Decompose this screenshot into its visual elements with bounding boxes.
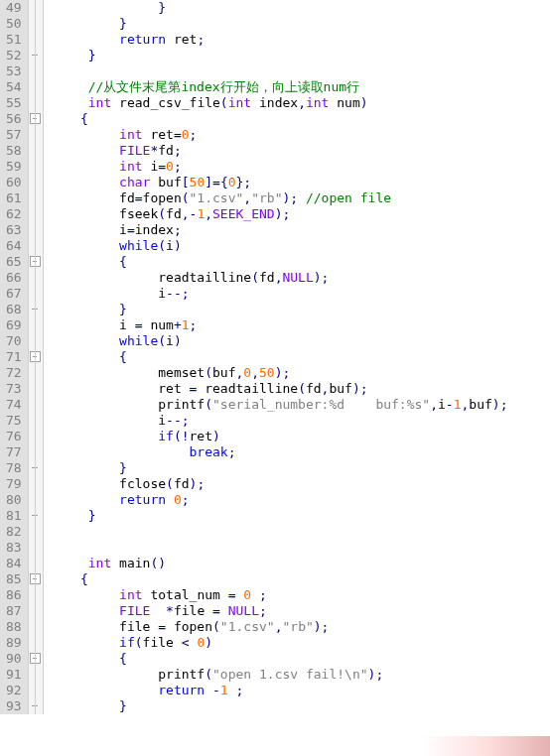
code-line[interactable]: fclose(fd); xyxy=(50,476,550,492)
code-line[interactable]: { xyxy=(50,349,550,365)
code-line[interactable]: i--; xyxy=(50,413,550,429)
code-line[interactable]: } xyxy=(50,460,550,476)
token-norm: ret xyxy=(166,32,197,47)
code-line[interactable]: { xyxy=(50,571,550,587)
token-norm xyxy=(50,683,159,697)
code-line[interactable]: } xyxy=(50,48,550,63)
code-line[interactable]: if(!ret) xyxy=(50,429,550,444)
code-line[interactable]: int total_num = 0 ; xyxy=(50,587,550,603)
token-punc: ) xyxy=(174,238,182,253)
code-line[interactable]: fseek(fd,-1,SEEK_END); xyxy=(50,206,550,222)
token-func: memset xyxy=(158,365,205,380)
line-number: 75 xyxy=(0,413,28,429)
code-line[interactable]: } xyxy=(50,16,550,32)
code-line[interactable] xyxy=(50,63,550,79)
token-punc: ( xyxy=(182,190,190,205)
line-number: 90 xyxy=(0,651,28,667)
token-norm xyxy=(50,32,119,47)
token-punc: { xyxy=(119,349,127,364)
token-norm xyxy=(50,270,159,285)
code-line[interactable]: int i=0; xyxy=(50,159,550,175)
code-line[interactable]: fd=fopen("1.csv","rb"); //open file xyxy=(50,190,550,206)
token-norm xyxy=(166,619,174,634)
code-line[interactable]: FILE*fd; xyxy=(50,143,550,159)
code-line[interactable]: readtailline(fd,NULL); xyxy=(50,270,550,286)
code-line[interactable]: printf("open 1.csv fail!\n"); xyxy=(50,667,550,683)
token-punc: ; xyxy=(228,444,236,459)
token-num: 1 xyxy=(182,317,190,332)
code-line[interactable]: { xyxy=(50,111,550,127)
code-line[interactable]: i = num+1; xyxy=(50,317,550,333)
code-line[interactable] xyxy=(50,540,550,556)
code-area[interactable]: } } return ret; } //从文件末尾第index行开始，向上读取n… xyxy=(44,0,550,714)
token-op: - xyxy=(446,397,454,412)
token-punc: ) xyxy=(174,333,182,348)
code-line[interactable]: } xyxy=(50,508,550,524)
code-line[interactable]: break; xyxy=(50,444,550,460)
code-line[interactable]: printf("serial_number:%d buf:%s",i-1,buf… xyxy=(50,397,550,413)
code-line[interactable]: //从文件末尾第index行开始，向上读取num行 xyxy=(50,79,550,95)
code-line[interactable]: i=index; xyxy=(50,222,550,238)
token-punc: ( xyxy=(205,365,212,380)
token-norm xyxy=(50,476,119,491)
code-line[interactable] xyxy=(50,524,550,540)
token-norm: ret xyxy=(143,127,174,142)
token-norm: ret xyxy=(50,381,190,396)
code-line[interactable]: } xyxy=(50,0,550,16)
token-punc: }; xyxy=(236,175,252,189)
token-norm: buf xyxy=(212,365,235,380)
token-punc: , xyxy=(182,206,190,221)
code-line[interactable]: if(file < 0) xyxy=(50,635,550,651)
token-norm: i xyxy=(166,238,174,253)
token-str: "rb" xyxy=(251,190,282,205)
code-line[interactable]: return 0; xyxy=(50,492,550,508)
code-line[interactable]: FILE *file = NULL; xyxy=(50,603,550,619)
code-line[interactable]: return ret; xyxy=(50,32,550,48)
token-norm xyxy=(50,159,119,174)
token-norm: file xyxy=(50,619,159,634)
token-punc: ( xyxy=(212,619,220,634)
token-norm xyxy=(50,175,119,189)
token-num: 0 xyxy=(174,492,182,507)
code-line[interactable]: memset(buf,0,50); xyxy=(50,365,550,381)
code-line[interactable]: while(i) xyxy=(50,333,550,349)
code-line[interactable]: ret = readtailline(fd,buf); xyxy=(50,381,550,397)
code-line[interactable]: int main() xyxy=(50,556,550,571)
token-norm xyxy=(205,683,212,697)
code-line[interactable]: int ret=0; xyxy=(50,127,550,143)
line-number: 59 xyxy=(0,159,28,175)
line-number: 80 xyxy=(0,492,28,508)
code-line[interactable]: i--; xyxy=(50,286,550,302)
token-num: 50 xyxy=(190,175,206,189)
token-norm xyxy=(50,587,119,602)
token-norm xyxy=(50,127,119,142)
token-punc: ; xyxy=(259,603,267,618)
code-line[interactable]: return -1 ; xyxy=(50,683,550,698)
line-number: 63 xyxy=(0,222,28,238)
line-number: 55 xyxy=(0,95,28,111)
token-kw: while xyxy=(119,333,158,348)
code-line[interactable]: file = fopen("1.csv","rb"); xyxy=(50,619,550,635)
token-punc: ( xyxy=(298,381,306,396)
token-punc: ; xyxy=(174,143,182,158)
code-line[interactable]: } xyxy=(50,302,550,317)
token-op: -- xyxy=(166,286,182,301)
token-num: 0 xyxy=(182,127,190,142)
code-line[interactable]: int read_csv_file(int index,int num) xyxy=(50,95,550,111)
token-punc: , xyxy=(243,190,251,205)
code-line[interactable]: } xyxy=(50,698,550,714)
fold-column[interactable]: −−−−− xyxy=(28,0,44,714)
token-punc: ( xyxy=(166,476,174,491)
code-line[interactable]: { xyxy=(50,651,550,667)
code-line[interactable]: while(i) xyxy=(50,238,550,254)
token-macro: SEEK_END xyxy=(212,206,275,221)
token-punc: , xyxy=(251,365,259,380)
token-op: = xyxy=(212,175,220,189)
token-norm xyxy=(50,571,80,586)
code-line[interactable]: char buf[50]={0}; xyxy=(50,175,550,190)
token-type: int xyxy=(119,127,142,142)
code-line[interactable]: { xyxy=(50,254,550,270)
token-punc: ; xyxy=(197,32,205,47)
token-op: = xyxy=(212,603,220,618)
token-punc: ; xyxy=(174,159,182,174)
